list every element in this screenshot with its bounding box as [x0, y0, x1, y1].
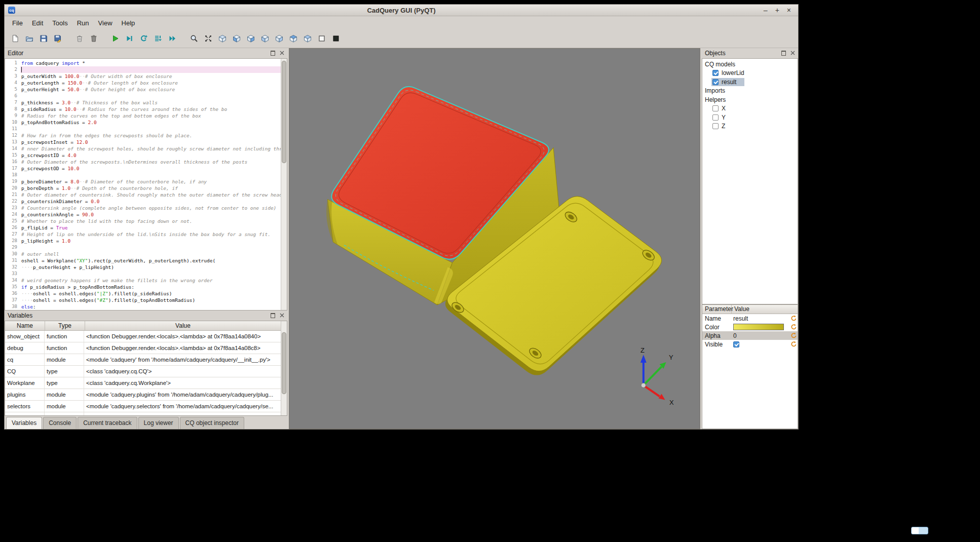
tab-console[interactable]: Console — [43, 417, 77, 429]
code-line-34[interactable]: 34# weird geometry happens if we make th… — [5, 277, 281, 284]
save-button[interactable] — [37, 32, 50, 45]
tab-variables[interactable]: Variables — [6, 417, 42, 429]
code-line-21[interactable]: 21# Outer diameter of countersink. Shoul… — [5, 191, 281, 198]
code-line-39[interactable]: 39····oshell = oshell.edges("#Z").fillet… — [5, 310, 281, 311]
objects-group-cq-models[interactable]: CQ models — [702, 60, 798, 69]
open-folder-button[interactable] — [23, 32, 35, 45]
code-line-11[interactable]: 11 — [5, 126, 281, 132]
parameter-row-visible[interactable]: Visible — [702, 340, 798, 349]
reset-button[interactable] — [789, 332, 798, 339]
code-line-12[interactable]: 12# How far in from the edges the screwp… — [5, 132, 281, 139]
code-line-38[interactable]: 38else: — [5, 303, 281, 310]
close-button[interactable]: × — [787, 5, 791, 15]
view-left-button[interactable] — [258, 32, 271, 45]
menu-help[interactable]: Help — [117, 18, 140, 28]
code-line-20[interactable]: 20p_boreDepth = 1.0··# Depth of the coun… — [5, 185, 281, 191]
visibility-checkbox[interactable] — [712, 79, 719, 85]
variables-column-value[interactable]: Value — [85, 321, 281, 330]
variables-float-button[interactable] — [270, 313, 276, 319]
shaded-button[interactable] — [329, 32, 342, 45]
3d-viewport[interactable]: Z Y X — [289, 48, 700, 429]
variables-scrollbar[interactable] — [281, 321, 287, 415]
run-button[interactable] — [109, 32, 122, 45]
code-line-17[interactable]: 17p_screwpostOD = 10.0 — [5, 165, 281, 172]
variable-row-CQ[interactable]: CQtype<class 'cadquery.cq.CQ'> — [5, 366, 281, 377]
code-line-35[interactable]: 35if p_sideRadius > p_topAndBottomRadius… — [5, 284, 281, 290]
code-line-15[interactable]: 15p_screwpostID = 4.0 — [5, 152, 281, 159]
parameter-row-color[interactable]: Color — [702, 323, 798, 331]
code-line-27[interactable]: 27# Height of lip on the underside of th… — [5, 231, 281, 238]
code-line-19[interactable]: 19p_boreDiameter = 8.0··# Diameter of th… — [5, 178, 281, 185]
editor-scrollbar-thumb[interactable] — [282, 61, 286, 163]
parameter-row-name[interactable]: Nameresult — [702, 314, 798, 323]
code-line-14[interactable]: 14# nner Diameter of the screwpost holes… — [5, 145, 281, 152]
code-line-31[interactable]: 31oshell = Workplane("XY").rect(p_outerW… — [5, 257, 281, 264]
color-swatch[interactable] — [733, 324, 784, 330]
step-into-button[interactable] — [152, 32, 164, 45]
code-line-24[interactable]: 24p_countersinkAngle = 90.0 — [5, 211, 281, 218]
variable-row-selectors[interactable]: selectorsmodule<module 'cadquery.selecto… — [5, 401, 281, 412]
view-back-button[interactable] — [244, 32, 257, 45]
new-file-button[interactable] — [9, 32, 21, 45]
editor-close-button[interactable] — [279, 50, 285, 57]
editor-scrollbar[interactable] — [281, 59, 287, 310]
variable-row-debug[interactable]: debugfunction<function Debugger.render.<… — [5, 342, 281, 354]
view-top-button[interactable] — [287, 32, 299, 45]
objects-group-helpers[interactable]: Helpers — [702, 95, 798, 104]
code-line-6[interactable]: 6 — [5, 93, 281, 99]
parameter-column-header[interactable]: Parameter — [702, 305, 732, 314]
objects-item-x[interactable]: X — [702, 104, 798, 113]
code-line-36[interactable]: 36····oshell = oshell.edges("|Z").fillet… — [5, 290, 281, 297]
view-bottom-button[interactable] — [301, 32, 314, 45]
objects-item-z[interactable]: Z — [702, 122, 798, 131]
code-line-4[interactable]: 4p_outerLength = 150.0··# Outer length o… — [5, 80, 281, 86]
variable-row-show_object[interactable]: show_objectfunction<function Debugger.re… — [5, 331, 281, 342]
tab-cq-object-inspector[interactable]: CQ object inspector — [180, 417, 244, 429]
code-line-23[interactable]: 23# Countersink angle (complete angle be… — [5, 205, 281, 211]
variables-scrollbar-thumb[interactable] — [282, 332, 286, 394]
code-line-29[interactable]: 29 — [5, 244, 281, 251]
variable-row-Plane[interactable]: Planetype<class 'cadquery.occ_impl.geom.… — [5, 412, 281, 416]
reset-button[interactable] — [789, 324, 798, 330]
code-line-18[interactable]: 18 — [5, 172, 281, 178]
zoom-button[interactable] — [187, 32, 200, 45]
objects-group-imports[interactable]: Imports — [702, 87, 798, 96]
code-line-7[interactable]: 7p_thickness = 3.0··# Thickness of the b… — [5, 99, 281, 106]
editor-float-button[interactable] — [270, 50, 276, 57]
tab-current-traceback[interactable]: Current traceback — [78, 417, 137, 429]
code-line-33[interactable]: 33 — [5, 270, 281, 277]
view-front-button[interactable] — [230, 32, 243, 45]
visibility-checkbox[interactable] — [712, 105, 719, 111]
code-editor[interactable]: 1from cadquery import *23p_outerWidth = … — [5, 58, 287, 311]
code-line-13[interactable]: 13p_screwpostInset = 12.0 — [5, 139, 281, 145]
continue-button[interactable] — [166, 32, 178, 45]
code-line-26[interactable]: 26p_flipLid = True — [5, 224, 281, 231]
code-line-9[interactable]: 9# Radius for the curves on the top and … — [5, 112, 281, 119]
objects-item-lowerlid[interactable]: lowerLid — [702, 69, 798, 78]
visibility-checkbox[interactable] — [712, 114, 719, 121]
objects-close-button[interactable] — [789, 50, 796, 57]
menu-file[interactable]: File — [8, 18, 27, 28]
menu-tools[interactable]: Tools — [48, 18, 72, 28]
code-line-22[interactable]: 22p_countersinkDiameter = 0.0 — [5, 198, 281, 205]
variable-row-plugins[interactable]: pluginsmodule<module 'cadquery.plugins' … — [5, 389, 281, 401]
code-line-32[interactable]: 32····p_outerHeight + p_lipHeight) — [5, 264, 281, 270]
code-line-1[interactable]: 1from cadquery import * — [5, 60, 281, 66]
code-line-2[interactable]: 2 — [5, 66, 281, 73]
parameter-row-alpha[interactable]: Alpha0 — [702, 331, 798, 340]
titlebar[interactable]: cq CadQuery GUI (PyQT) – + × — [5, 5, 798, 16]
variables-column-type[interactable]: Type — [45, 321, 85, 330]
step-over-button[interactable] — [137, 32, 150, 45]
value-column-header[interactable]: Value — [732, 305, 798, 314]
debug-button[interactable] — [123, 32, 136, 45]
code-line-5[interactable]: 5p_outerHeight = 50.0··# Outer height of… — [5, 86, 281, 93]
tab-log-viewer[interactable]: Log viewer — [138, 417, 179, 429]
code-line-30[interactable]: 30# outer shell — [5, 251, 281, 257]
code-line-3[interactable]: 3p_outerWidth = 100.0··# Outer width of … — [5, 73, 281, 80]
objects-float-button[interactable] — [780, 50, 787, 57]
code-line-37[interactable]: 37····oshell = oshell.edges("#Z").fillet… — [5, 297, 281, 303]
delete-button[interactable] — [87, 32, 100, 45]
menu-edit[interactable]: Edit — [27, 18, 48, 28]
visible-checkbox[interactable] — [733, 341, 739, 347]
variable-row-cq[interactable]: cqmodule<module 'cadquery' from '/home/a… — [5, 354, 281, 366]
